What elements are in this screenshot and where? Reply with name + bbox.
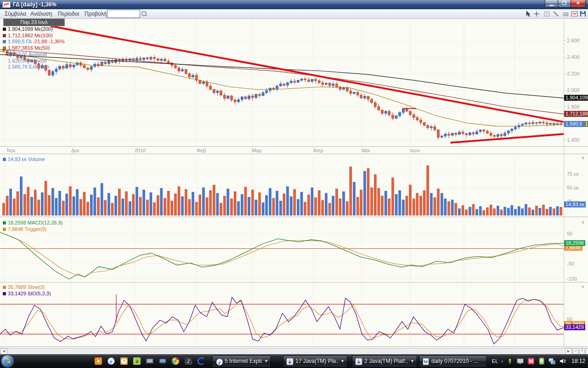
java-icon: [286, 358, 294, 365]
scroll-left-button[interactable]: ◄: [0, 348, 7, 355]
macd-axis-label: -50: [567, 261, 574, 266]
svg-text:♪: ♪: [187, 358, 190, 364]
signal-icon[interactable]: [506, 357, 514, 365]
task-button-2[interactable]: 17 Java(TM) Pla...▼: [283, 356, 347, 368]
messenger-icon[interactable]: [538, 357, 545, 365]
close-button[interactable]: ✕: [571, 0, 586, 7]
m-logo-icon[interactable]: M: [527, 357, 535, 365]
legend-swatch: [3, 34, 6, 37]
my-computer-icon[interactable]: [158, 357, 167, 365]
remote-desktop-icon[interactable]: [146, 357, 154, 365]
legend-swatch: [3, 46, 6, 50]
stoch-tag: 33,1429: [564, 324, 585, 330]
legend-swatch: [3, 40, 6, 43]
chrome-icon[interactable]: [171, 357, 180, 365]
restore-button[interactable]: ❐: [558, 0, 571, 7]
speaker-icon[interactable]: [559, 357, 566, 365]
fit-button[interactable]: [585, 348, 588, 355]
legend-swatch: [3, 228, 6, 231]
grid-icon[interactable]: [544, 11, 551, 17]
close-volume-panel-button[interactable]: ×: [580, 155, 586, 161]
language-indicator[interactable]: EL: [492, 358, 498, 364]
crosshair-icon[interactable]: [533, 11, 541, 17]
macd-tag: 18,2598: [564, 240, 585, 246]
pointer-icon[interactable]: [525, 11, 532, 17]
task-button-4[interactable]: Wdaily 07072010 - ...: [419, 356, 487, 368]
chevron-down-icon[interactable]: ▼: [340, 359, 345, 363]
zoom-out-button[interactable]: −: [572, 348, 579, 355]
close-macd-panel-button[interactable]: ×: [580, 220, 586, 225]
task-button-label: daily 07072010 - ...: [431, 358, 484, 364]
network-icon[interactable]: [548, 357, 556, 365]
internet-explorer-icon[interactable]: e: [107, 357, 115, 365]
clock-icon[interactable]: [120, 357, 128, 365]
chevron-down-icon[interactable]: ▼: [410, 359, 414, 363]
menu-analysis[interactable]: Ανάλυση: [28, 10, 54, 17]
c-swoosh-icon[interactable]: [197, 357, 205, 365]
menu-view[interactable]: Προβολή: [83, 10, 108, 17]
chevron-down-icon[interactable]: ▼: [264, 359, 268, 363]
title-bar[interactable]: ΓΔ [daily] -1,36% ▁ ❐ ✕: [0, 0, 588, 9]
legend-swatch: [3, 286, 6, 289]
svg-text:e: e: [110, 358, 113, 365]
x-axis-label: 2010: [135, 148, 146, 153]
symbol-search-input[interactable]: [107, 10, 140, 18]
menu-bar: Σύμβολα Ανάλυση Περίοδοι Προβολή: [0, 9, 588, 19]
chart-icon[interactable]: [571, 11, 578, 17]
close-stochastic-panel-button[interactable]: ×: [580, 284, 586, 290]
legend-row: 1.904,1099 Με(200): [3, 26, 53, 32]
panel-separator: [0, 282, 588, 282]
start-button[interactable]: [1, 355, 14, 368]
volume-tag: 14,93 εκ: [564, 201, 586, 207]
volume-axis-label: 50 εκ: [567, 185, 579, 190]
price-chart[interactable]: [0, 18, 564, 154]
task-button-3[interactable]: 2 Java(TM) Platf...▼: [352, 356, 417, 368]
scroll-right-button[interactable]: ►: [565, 348, 572, 355]
svg-text:W: W: [424, 359, 428, 364]
indicator-legend: 7,8848 Trigger(9): [3, 226, 46, 232]
task-button-label: 5 Internet Explorer: [225, 358, 262, 364]
stochastic-chart[interactable]: [0, 282, 564, 346]
minimize-button[interactable]: ▁: [545, 0, 558, 7]
x-axis-label: Δεκ: [71, 148, 79, 153]
indicator-legend: 14,93 εκ Volume: [3, 156, 45, 162]
legend-row: 1.597,01 Ανοιγμα: [3, 52, 47, 57]
zoom-in-button[interactable]: +: [579, 348, 585, 355]
display-icon[interactable]: [517, 357, 524, 365]
task-button-label: 17 Java(TM) Pla...: [295, 358, 339, 364]
application-window: ΓΔ [daily] -1,36% ▁ ❐ ✕ Σύμβολα Ανάλυση …: [0, 0, 588, 368]
taskbar-clock[interactable]: 18:12: [571, 358, 585, 364]
search-icon[interactable]: [141, 11, 147, 17]
menu-symbols[interactable]: Σύμβολα: [3, 10, 28, 17]
price-axis-label: 2.400: [567, 54, 580, 60]
price-tag: 1.904,109: [564, 95, 588, 101]
axis-tick-mark: [564, 90, 566, 91]
menu-periods[interactable]: Περίοδοι: [56, 10, 81, 17]
winamp-icon[interactable]: [133, 357, 141, 365]
axis-tick-mark: [564, 107, 566, 107]
axis-tick-mark: [564, 74, 566, 74]
media-player-icon[interactable]: [94, 357, 102, 365]
axis-separator: [564, 18, 564, 346]
legend-row: 1.626,95 Μέγιστο: [3, 58, 47, 63]
volume-chart[interactable]: [0, 155, 564, 216]
task-button-1[interactable]: e5 Internet Explorer▼: [212, 356, 271, 368]
save-icon[interactable]: [580, 11, 587, 17]
price-tag: 1.590,5: [564, 121, 585, 127]
tray-chevron-icon[interactable]: ‹: [501, 358, 503, 364]
macd-chart[interactable]: [0, 218, 564, 282]
window-chart-icon: [2, 1, 11, 8]
dots-grid-icon[interactable]: [562, 11, 570, 17]
legend-row: 1.585,76 Ελάχιστο: [3, 64, 49, 69]
music-player-icon[interactable]: ♪: [184, 357, 192, 365]
trendline-tool-icon[interactable]: [553, 11, 560, 17]
legend-row: 1.587,3816 Με(50): [3, 45, 50, 51]
legend-swatch: [3, 292, 6, 295]
task-button-label: 2 Java(TM) Platf...: [364, 358, 408, 364]
panel-separator: [0, 146, 588, 147]
java-icon: [355, 358, 362, 365]
x-axis-label: Μαρ: [252, 148, 262, 153]
legend-swatch: [3, 158, 6, 161]
macd-axis-label: -100: [567, 276, 577, 282]
horizontal-scrollbar[interactable]: [0, 348, 588, 355]
